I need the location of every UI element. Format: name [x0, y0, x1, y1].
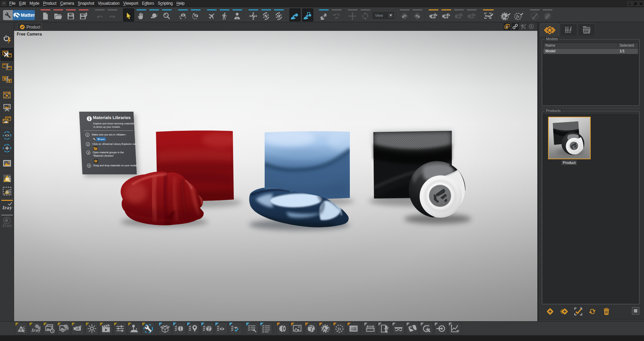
menu-scripting[interactable]: Scripting	[156, 0, 175, 7]
menu-snapshot[interactable]: Snapshot	[76, 0, 96, 7]
layers-disc-button[interactable]	[173, 322, 185, 335]
iray-settings-button[interactable]: Iray	[29, 322, 42, 335]
snapshot-batch-button[interactable]	[43, 322, 56, 335]
new-document-button[interactable]	[40, 8, 51, 21]
target-arrow-button[interactable]	[434, 322, 447, 335]
film-frame-button[interactable]	[347, 322, 360, 335]
checklist-button[interactable]	[260, 322, 273, 335]
render-disabled-button[interactable]	[1, 48, 13, 61]
viewport-3d[interactable]: Free Camera Materials Libraries Explore …	[14, 31, 537, 321]
joystick-button[interactable]	[128, 322, 141, 335]
restore-button[interactable]	[633, 1, 638, 6]
show-orbit-button[interactable]	[1, 129, 13, 142]
layers-position-button[interactable]	[187, 322, 200, 335]
menu-visualization[interactable]: Visualization	[96, 0, 121, 7]
head-tool-button[interactable]	[232, 8, 243, 21]
matter-mode-button[interactable]: Matter	[13, 10, 35, 20]
reset-view-button[interactable]	[360, 8, 371, 21]
image-settings-button[interactable]	[57, 322, 70, 335]
paint-brush-button[interactable]	[529, 8, 540, 21]
zoom-tool-button[interactable]	[161, 8, 172, 21]
material-disc-button[interactable]	[277, 322, 289, 335]
save-as-button[interactable]	[78, 8, 89, 21]
orbit-tool-button[interactable]	[149, 8, 160, 21]
render-region-dashed-button[interactable]: R	[1, 185, 13, 197]
model-name-cell[interactable]: Model	[543, 49, 618, 54]
viewport-tab-product[interactable]: Product	[17, 23, 42, 31]
stop-button[interactable]	[632, 307, 639, 315]
next-configuration-button[interactable]	[412, 8, 423, 21]
pan-tool-button[interactable]	[136, 8, 147, 21]
delete-product-button[interactable]	[602, 307, 611, 316]
dropdown-arrow-icon[interactable]	[388, 13, 393, 18]
camera-1-button[interactable]: 1	[428, 8, 439, 21]
rotate-world-button[interactable]	[273, 8, 284, 21]
trigger-sensor-button[interactable]	[289, 8, 301, 21]
camera-turntable-button[interactable]	[190, 8, 201, 21]
open-file-button[interactable]	[53, 8, 64, 21]
animation-button[interactable]	[100, 322, 112, 335]
menu-mode[interactable]: Mode	[28, 0, 41, 7]
models-col-selected[interactable]: Selected	[618, 43, 638, 48]
previous-configuration-button[interactable]	[399, 8, 410, 21]
rotate-object-button[interactable]	[261, 8, 272, 21]
select-products-button[interactable]	[574, 307, 583, 316]
image-viewer-button[interactable]	[1, 157, 13, 170]
iray-toggle-button[interactable]: Iray	[1, 200, 13, 213]
duplicate-product-button[interactable]	[560, 307, 569, 316]
select-tool-button[interactable]	[123, 8, 134, 21]
layers-visibility-button[interactable]	[215, 322, 228, 335]
tab-library[interactable]	[560, 23, 577, 36]
layers-globe-button[interactable]	[201, 322, 214, 335]
menu-product[interactable]: Product	[41, 0, 58, 7]
camera-orbit-button[interactable]	[177, 8, 189, 21]
viewport-tools-button[interactable]	[520, 23, 527, 30]
fx-button[interactable]: fx	[513, 8, 524, 21]
menu-camera[interactable]: Camera	[58, 0, 76, 7]
render-window-button[interactable]	[1, 61, 13, 73]
settings-sliders-button[interactable]	[114, 322, 126, 335]
statistics-button[interactable]	[448, 322, 461, 335]
render-region-button[interactable]: R	[1, 172, 13, 185]
camera-3-button[interactable]: 3	[453, 8, 465, 21]
transparency-button[interactable]: Trsp	[482, 8, 494, 21]
camera-4-button[interactable]: 4	[466, 8, 477, 21]
sun-environment-button[interactable]	[86, 322, 98, 335]
walk-tool-button[interactable]	[219, 8, 230, 21]
redo-button[interactable]	[107, 8, 118, 21]
models-row-model[interactable]: Model 1/1	[543, 49, 638, 54]
video-camera-button[interactable]	[71, 322, 84, 335]
iray-stop-button[interactable]: Iray	[1, 215, 13, 232]
layers-check-button[interactable]	[229, 322, 242, 335]
door-editor-button[interactable]	[378, 322, 391, 335]
add-orbit-button[interactable]	[1, 142, 13, 155]
refresh-products-button[interactable]	[588, 307, 597, 316]
tab-products[interactable]	[540, 23, 559, 37]
view-dropdown[interactable]: View	[373, 12, 394, 19]
save-button[interactable]	[65, 8, 76, 21]
shaper-mode-button[interactable]	[3, 10, 13, 20]
menu-file[interactable]: File	[7, 0, 17, 7]
render-frame-button[interactable]: R	[15, 322, 28, 335]
gear-wrench-button[interactable]	[420, 322, 433, 335]
link-viewport-button[interactable]	[512, 23, 519, 30]
close-viewport-button[interactable]	[528, 23, 535, 30]
menu-editors[interactable]: Editors	[140, 0, 156, 7]
menu-help[interactable]: Help	[175, 0, 186, 7]
capture-product-button[interactable]	[1, 89, 13, 101]
product-box-button[interactable]	[159, 322, 171, 335]
menu-edit[interactable]: Edit	[17, 0, 28, 7]
tab-external-library[interactable]	[578, 23, 595, 36]
models-col-name[interactable]: Name	[543, 43, 618, 48]
fly-tool-button[interactable]	[206, 8, 217, 21]
trigger-sensor-window-button[interactable]	[302, 8, 313, 21]
toolbar-overflow-icon[interactable]	[1, 1, 6, 6]
translate-object-button[interactable]	[248, 8, 259, 21]
checklist-tools-button[interactable]	[246, 322, 259, 335]
fx-settings-button[interactable]: fx	[333, 322, 346, 335]
edit-hidden-surfaces-button[interactable]	[318, 8, 329, 21]
camera-2-button[interactable]: 2	[441, 8, 452, 21]
add-product-button[interactable]	[546, 307, 554, 316]
antialiasing-button[interactable]: A	[499, 8, 512, 21]
model-selected-cell[interactable]: 1/1	[618, 49, 638, 54]
